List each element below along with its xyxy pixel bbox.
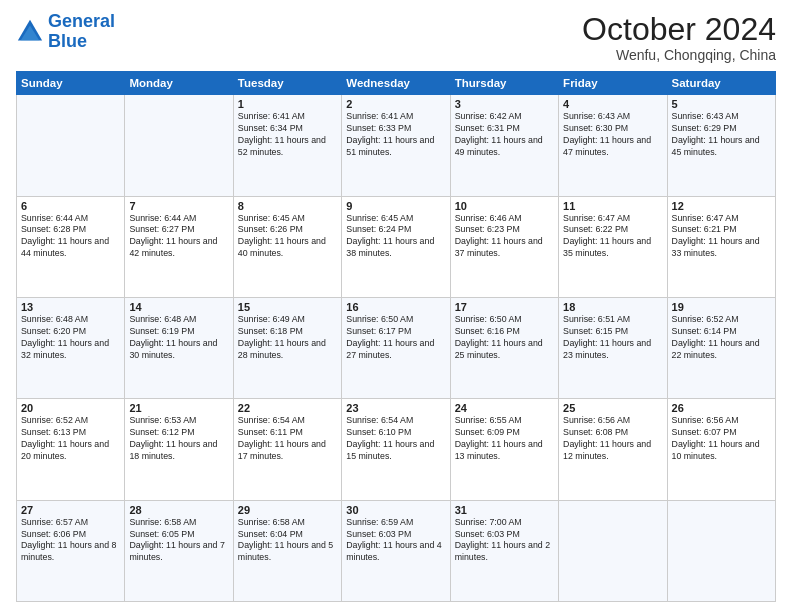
calendar-header-row: SundayMondayTuesdayWednesdayThursdayFrid… (17, 72, 776, 95)
day-info: Sunrise: 6:45 AM Sunset: 6:26 PM Dayligh… (238, 213, 337, 261)
day-of-week-header: Saturday (667, 72, 775, 95)
calendar-cell: 6Sunrise: 6:44 AM Sunset: 6:28 PM Daylig… (17, 196, 125, 297)
calendar-cell (125, 95, 233, 196)
location: Wenfu, Chongqing, China (582, 47, 776, 63)
calendar-cell: 22Sunrise: 6:54 AM Sunset: 6:11 PM Dayli… (233, 399, 341, 500)
calendar-week-row: 1Sunrise: 6:41 AM Sunset: 6:34 PM Daylig… (17, 95, 776, 196)
calendar-cell: 5Sunrise: 6:43 AM Sunset: 6:29 PM Daylig… (667, 95, 775, 196)
day-number: 10 (455, 200, 554, 212)
calendar-cell: 4Sunrise: 6:43 AM Sunset: 6:30 PM Daylig… (559, 95, 667, 196)
calendar-week-row: 6Sunrise: 6:44 AM Sunset: 6:28 PM Daylig… (17, 196, 776, 297)
calendar-week-row: 20Sunrise: 6:52 AM Sunset: 6:13 PM Dayli… (17, 399, 776, 500)
day-info: Sunrise: 6:43 AM Sunset: 6:30 PM Dayligh… (563, 111, 662, 159)
day-number: 9 (346, 200, 445, 212)
logo-line2: Blue (48, 31, 87, 51)
day-number: 6 (21, 200, 120, 212)
day-info: Sunrise: 6:53 AM Sunset: 6:12 PM Dayligh… (129, 415, 228, 463)
day-number: 4 (563, 98, 662, 110)
calendar-cell: 25Sunrise: 6:56 AM Sunset: 6:08 PM Dayli… (559, 399, 667, 500)
day-number: 21 (129, 402, 228, 414)
header: General Blue October 2024 Wenfu, Chongqi… (16, 12, 776, 63)
title-block: October 2024 Wenfu, Chongqing, China (582, 12, 776, 63)
day-number: 30 (346, 504, 445, 516)
calendar-cell: 10Sunrise: 6:46 AM Sunset: 6:23 PM Dayli… (450, 196, 558, 297)
day-info: Sunrise: 6:56 AM Sunset: 6:07 PM Dayligh… (672, 415, 771, 463)
day-info: Sunrise: 6:58 AM Sunset: 6:04 PM Dayligh… (238, 517, 337, 565)
day-number: 25 (563, 402, 662, 414)
day-info: Sunrise: 6:48 AM Sunset: 6:19 PM Dayligh… (129, 314, 228, 362)
calendar-cell: 18Sunrise: 6:51 AM Sunset: 6:15 PM Dayli… (559, 297, 667, 398)
day-info: Sunrise: 6:52 AM Sunset: 6:13 PM Dayligh… (21, 415, 120, 463)
logo-icon (16, 18, 44, 46)
day-number: 11 (563, 200, 662, 212)
calendar-week-row: 27Sunrise: 6:57 AM Sunset: 6:06 PM Dayli… (17, 500, 776, 601)
calendar-cell: 9Sunrise: 6:45 AM Sunset: 6:24 PM Daylig… (342, 196, 450, 297)
day-of-week-header: Monday (125, 72, 233, 95)
calendar-cell: 23Sunrise: 6:54 AM Sunset: 6:10 PM Dayli… (342, 399, 450, 500)
day-info: Sunrise: 6:52 AM Sunset: 6:14 PM Dayligh… (672, 314, 771, 362)
calendar-cell: 30Sunrise: 6:59 AM Sunset: 6:03 PM Dayli… (342, 500, 450, 601)
day-info: Sunrise: 6:44 AM Sunset: 6:28 PM Dayligh… (21, 213, 120, 261)
day-number: 15 (238, 301, 337, 313)
day-info: Sunrise: 6:42 AM Sunset: 6:31 PM Dayligh… (455, 111, 554, 159)
calendar-cell: 20Sunrise: 6:52 AM Sunset: 6:13 PM Dayli… (17, 399, 125, 500)
day-number: 1 (238, 98, 337, 110)
day-of-week-header: Tuesday (233, 72, 341, 95)
calendar-cell (667, 500, 775, 601)
logo-text: General Blue (48, 12, 115, 52)
day-info: Sunrise: 6:43 AM Sunset: 6:29 PM Dayligh… (672, 111, 771, 159)
calendar-cell: 16Sunrise: 6:50 AM Sunset: 6:17 PM Dayli… (342, 297, 450, 398)
day-number: 31 (455, 504, 554, 516)
calendar-cell: 17Sunrise: 6:50 AM Sunset: 6:16 PM Dayli… (450, 297, 558, 398)
day-number: 19 (672, 301, 771, 313)
logo-line1: General (48, 11, 115, 31)
calendar-cell: 28Sunrise: 6:58 AM Sunset: 6:05 PM Dayli… (125, 500, 233, 601)
day-info: Sunrise: 6:49 AM Sunset: 6:18 PM Dayligh… (238, 314, 337, 362)
calendar-cell (559, 500, 667, 601)
calendar-cell: 7Sunrise: 6:44 AM Sunset: 6:27 PM Daylig… (125, 196, 233, 297)
calendar-cell: 31Sunrise: 7:00 AM Sunset: 6:03 PM Dayli… (450, 500, 558, 601)
day-info: Sunrise: 6:47 AM Sunset: 6:21 PM Dayligh… (672, 213, 771, 261)
day-info: Sunrise: 6:54 AM Sunset: 6:10 PM Dayligh… (346, 415, 445, 463)
day-number: 24 (455, 402, 554, 414)
day-number: 17 (455, 301, 554, 313)
calendar-cell: 8Sunrise: 6:45 AM Sunset: 6:26 PM Daylig… (233, 196, 341, 297)
calendar-cell: 3Sunrise: 6:42 AM Sunset: 6:31 PM Daylig… (450, 95, 558, 196)
calendar-cell: 12Sunrise: 6:47 AM Sunset: 6:21 PM Dayli… (667, 196, 775, 297)
day-of-week-header: Sunday (17, 72, 125, 95)
calendar-cell: 21Sunrise: 6:53 AM Sunset: 6:12 PM Dayli… (125, 399, 233, 500)
month-title: October 2024 (582, 12, 776, 47)
day-info: Sunrise: 6:44 AM Sunset: 6:27 PM Dayligh… (129, 213, 228, 261)
day-number: 7 (129, 200, 228, 212)
day-number: 3 (455, 98, 554, 110)
day-number: 12 (672, 200, 771, 212)
day-number: 29 (238, 504, 337, 516)
day-number: 27 (21, 504, 120, 516)
day-info: Sunrise: 6:58 AM Sunset: 6:05 PM Dayligh… (129, 517, 228, 565)
day-info: Sunrise: 6:41 AM Sunset: 6:33 PM Dayligh… (346, 111, 445, 159)
day-info: Sunrise: 7:00 AM Sunset: 6:03 PM Dayligh… (455, 517, 554, 565)
calendar-cell: 14Sunrise: 6:48 AM Sunset: 6:19 PM Dayli… (125, 297, 233, 398)
calendar-cell: 11Sunrise: 6:47 AM Sunset: 6:22 PM Dayli… (559, 196, 667, 297)
calendar-cell: 15Sunrise: 6:49 AM Sunset: 6:18 PM Dayli… (233, 297, 341, 398)
day-info: Sunrise: 6:55 AM Sunset: 6:09 PM Dayligh… (455, 415, 554, 463)
calendar-cell: 2Sunrise: 6:41 AM Sunset: 6:33 PM Daylig… (342, 95, 450, 196)
day-number: 28 (129, 504, 228, 516)
calendar-cell: 24Sunrise: 6:55 AM Sunset: 6:09 PM Dayli… (450, 399, 558, 500)
day-number: 5 (672, 98, 771, 110)
day-number: 2 (346, 98, 445, 110)
calendar-cell: 27Sunrise: 6:57 AM Sunset: 6:06 PM Dayli… (17, 500, 125, 601)
calendar-cell: 13Sunrise: 6:48 AM Sunset: 6:20 PM Dayli… (17, 297, 125, 398)
day-info: Sunrise: 6:56 AM Sunset: 6:08 PM Dayligh… (563, 415, 662, 463)
day-number: 14 (129, 301, 228, 313)
day-number: 8 (238, 200, 337, 212)
day-number: 13 (21, 301, 120, 313)
day-info: Sunrise: 6:41 AM Sunset: 6:34 PM Dayligh… (238, 111, 337, 159)
day-info: Sunrise: 6:47 AM Sunset: 6:22 PM Dayligh… (563, 213, 662, 261)
day-info: Sunrise: 6:50 AM Sunset: 6:16 PM Dayligh… (455, 314, 554, 362)
day-info: Sunrise: 6:59 AM Sunset: 6:03 PM Dayligh… (346, 517, 445, 565)
day-info: Sunrise: 6:51 AM Sunset: 6:15 PM Dayligh… (563, 314, 662, 362)
day-number: 16 (346, 301, 445, 313)
day-info: Sunrise: 6:46 AM Sunset: 6:23 PM Dayligh… (455, 213, 554, 261)
day-number: 23 (346, 402, 445, 414)
